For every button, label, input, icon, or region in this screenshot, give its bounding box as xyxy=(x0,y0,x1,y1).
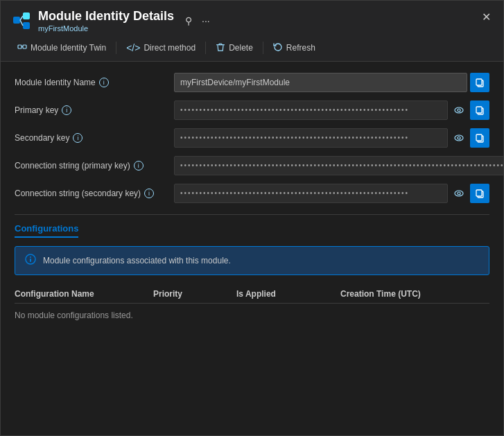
primary-key-copy-button[interactable] xyxy=(470,101,489,120)
close-button[interactable]: ✕ xyxy=(478,9,495,25)
svg-rect-0 xyxy=(13,17,20,24)
more-button[interactable]: ··· xyxy=(199,14,213,28)
primary-key-row: Primary key i ••••••••••••••••••••••••••… xyxy=(15,101,489,120)
svg-point-21 xyxy=(455,191,463,196)
connection-string-primary-label: Connection string (primary key) i xyxy=(15,161,174,171)
svg-rect-10 xyxy=(476,79,482,85)
info-banner-icon xyxy=(25,254,36,268)
svg-rect-1 xyxy=(23,12,30,19)
primary-key-eye-button[interactable] xyxy=(451,101,467,120)
svg-point-22 xyxy=(458,192,460,195)
direct-method-label: Direct method xyxy=(144,43,195,53)
module-identity-name-info-icon[interactable]: i xyxy=(99,78,109,87)
connection-string-secondary-eye-button[interactable] xyxy=(451,184,467,203)
secondary-key-input-wrap: ••••••••••••••••••••••••••••••••••••••••… xyxy=(174,128,489,148)
info-banner: Module configurations associated with th… xyxy=(15,246,489,275)
module-identity-details-panel: Module Identity Details myFirstModule ⚲ … xyxy=(0,0,504,436)
table-empty-row: No module configurations listed. xyxy=(15,306,489,324)
svg-point-11 xyxy=(455,107,463,113)
module-identity-twin-label: Module Identity Twin xyxy=(31,43,106,53)
toolbar: Module Identity Twin </> Direct method D… xyxy=(1,35,503,62)
module-identity-name-copy-button[interactable] xyxy=(470,73,489,92)
svg-point-27 xyxy=(30,256,31,258)
svg-line-3 xyxy=(20,16,23,20)
twin-icon xyxy=(17,42,27,54)
svg-rect-26 xyxy=(30,259,31,262)
connection-string-secondary-label: Connection string (secondary key) i xyxy=(15,189,174,198)
connection-string-secondary-info-icon[interactable]: i xyxy=(144,189,154,198)
secondary-key-info-icon[interactable]: i xyxy=(73,133,82,143)
col-creation-time: Creation Time (UTC) xyxy=(340,289,489,299)
connection-string-primary-masked: ••••••••••••••••••••••••••••••••••••••••… xyxy=(174,156,503,175)
code-icon: </> xyxy=(126,42,140,53)
connection-string-secondary-input-wrap: ••••••••••••••••••••••••••••••••••••••••… xyxy=(174,184,489,203)
svg-point-12 xyxy=(458,109,460,112)
secondary-key-label: Secondary key i xyxy=(15,133,174,143)
connection-string-secondary-masked: ••••••••••••••••••••••••••••••••••••••••… xyxy=(174,184,448,203)
toolbar-separator-2 xyxy=(205,42,206,54)
module-identity-name-row: Module Identity Name i xyxy=(15,73,489,92)
delete-button[interactable]: Delete xyxy=(210,40,259,57)
secondary-key-eye-button[interactable] xyxy=(451,128,467,148)
module-identity-twin-button[interactable]: Module Identity Twin xyxy=(12,40,112,57)
svg-rect-8 xyxy=(216,44,225,45)
title-text-group: Module Identity Details myFirstModule xyxy=(38,9,174,33)
col-configuration-name: Configuration Name xyxy=(15,289,153,299)
col-priority: Priority xyxy=(153,289,236,299)
svg-rect-14 xyxy=(476,107,482,113)
delete-label: Delete xyxy=(229,43,253,53)
connection-string-secondary-row: Connection string (secondary key) i ••••… xyxy=(15,184,489,203)
title-actions: ⚲ ··· xyxy=(182,14,213,28)
delete-icon xyxy=(216,42,225,54)
svg-rect-18 xyxy=(476,134,482,141)
toolbar-separator-3 xyxy=(263,42,263,54)
primary-key-info-icon[interactable]: i xyxy=(62,105,71,115)
connection-string-primary-row: Connection string (primary key) i ••••••… xyxy=(15,156,489,175)
refresh-icon xyxy=(273,42,283,54)
title-bar: Module Identity Details myFirstModule ⚲ … xyxy=(1,1,503,35)
configurations-title: Configurations xyxy=(15,223,78,238)
svg-rect-6 xyxy=(23,45,26,49)
toolbar-separator-1 xyxy=(116,42,116,54)
table-header: Configuration Name Priority Is Applied C… xyxy=(15,285,489,304)
content-area: Module Identity Name i Primary key i xyxy=(1,62,503,435)
page-subtitle: myFirstModule xyxy=(38,24,174,33)
secondary-key-masked: ••••••••••••••••••••••••••••••••••••••••… xyxy=(174,128,448,148)
module-identity-name-input[interactable] xyxy=(174,73,467,92)
info-banner-text: Module configurations associated with th… xyxy=(43,256,231,265)
svg-rect-24 xyxy=(476,190,482,196)
primary-key-input-wrap: ••••••••••••••••••••••••••••••••••••••••… xyxy=(174,101,489,120)
page-title: Module Identity Details xyxy=(38,9,174,24)
primary-key-label: Primary key i xyxy=(15,105,174,115)
secondary-key-row: Secondary key i ••••••••••••••••••••••••… xyxy=(15,128,489,148)
module-identity-name-label: Module Identity Name i xyxy=(15,78,174,87)
secondary-key-copy-button[interactable] xyxy=(470,128,489,148)
connection-string-primary-input-wrap: ••••••••••••••••••••••••••••••••••••••••… xyxy=(174,156,503,175)
direct-method-button[interactable]: </> Direct method xyxy=(121,40,201,56)
svg-rect-5 xyxy=(18,45,21,49)
svg-point-15 xyxy=(455,135,463,141)
svg-rect-2 xyxy=(23,22,30,29)
refresh-button[interactable]: Refresh xyxy=(268,40,321,57)
pin-button[interactable]: ⚲ xyxy=(182,14,195,28)
connection-string-secondary-copy-button[interactable] xyxy=(470,184,489,203)
refresh-label: Refresh xyxy=(286,43,315,53)
primary-key-masked: ••••••••••••••••••••••••••••••••••••••••… xyxy=(174,101,448,120)
svg-line-4 xyxy=(20,20,23,26)
svg-point-16 xyxy=(458,137,460,139)
module-identity-name-input-wrap xyxy=(174,73,489,92)
col-is-applied: Is Applied xyxy=(236,289,340,299)
app-icon xyxy=(12,11,31,30)
configurations-section: Configurations Module configurations ass… xyxy=(15,214,489,324)
connection-string-primary-info-icon[interactable]: i xyxy=(134,161,144,171)
table-empty-message: No module configurations listed. xyxy=(15,311,489,320)
